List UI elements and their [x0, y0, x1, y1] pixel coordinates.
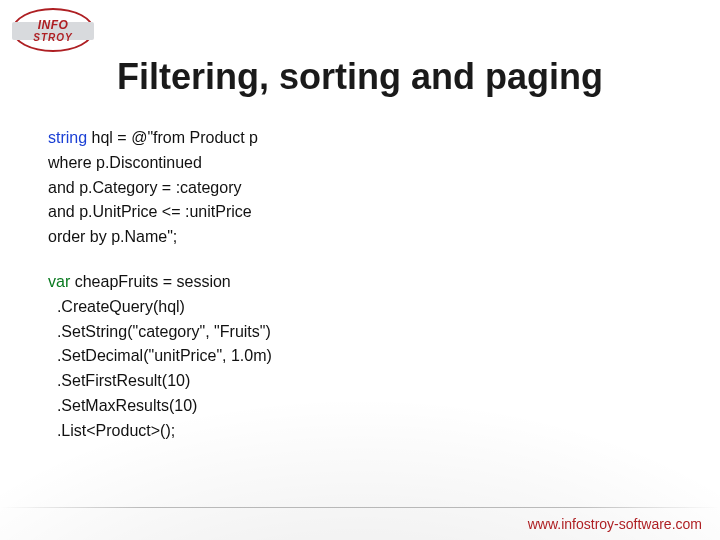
code-block-hql: string hql = @"from Product p where p.Di…	[48, 126, 258, 250]
slide: INFO STROY Filtering, sorting and paging…	[0, 0, 720, 540]
footer-url: www.infostroy-software.com	[528, 516, 702, 532]
keyword-string: string	[48, 129, 87, 146]
logo: INFO STROY	[12, 8, 94, 52]
code-line: where p.Discontinued	[48, 151, 258, 176]
code-line: .List<Product>();	[48, 419, 272, 444]
code-line: string hql = @"from Product p	[48, 126, 258, 151]
code-line: .SetDecimal("unitPrice", 1.0m)	[48, 344, 272, 369]
logo-oval: INFO STROY	[12, 8, 94, 52]
code-line: .SetMaxResults(10)	[48, 394, 272, 419]
footer-divider	[0, 507, 720, 508]
code-line: and p.Category = :category	[48, 176, 258, 201]
code-line: .SetString("category", "Fruits")	[48, 320, 272, 345]
code-line: .SetFirstResult(10)	[48, 369, 272, 394]
code-line: .CreateQuery(hql)	[48, 295, 272, 320]
code-text: cheapFruits = session	[70, 273, 231, 290]
code-line: and p.UnitPrice <= :unitPrice	[48, 200, 258, 225]
code-line: order by p.Name";	[48, 225, 258, 250]
slide-title: Filtering, sorting and paging	[0, 56, 720, 98]
code-line: var cheapFruits = session	[48, 270, 272, 295]
logo-text-bottom: STROY	[33, 33, 72, 43]
code-text: hql = @"from Product p	[87, 129, 258, 146]
keyword-var: var	[48, 273, 70, 290]
logo-text-top: INFO	[38, 19, 69, 31]
code-block-session: var cheapFruits = session .CreateQuery(h…	[48, 270, 272, 444]
